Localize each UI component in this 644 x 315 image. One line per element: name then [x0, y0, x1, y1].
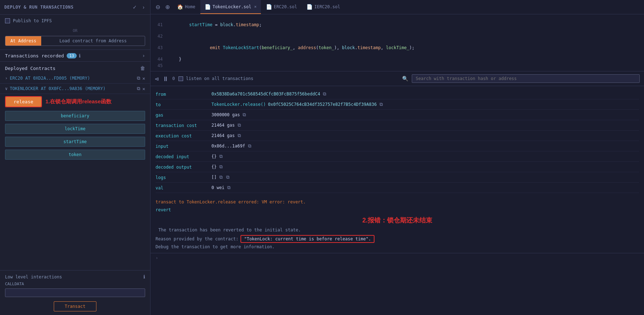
tx-val-input: 0x86d...1a69f ⧉: [211, 143, 639, 149]
contract-tokenlocker: ∨ TOKENLOCKER AT 0X0FC...9A836 (MEMORY) …: [0, 84, 150, 94]
tx-key-from: from: [156, 91, 206, 97]
tx-key-to: to: [156, 102, 206, 107]
address-row: At Address Load contract from Address: [5, 36, 145, 46]
debug-line: Debug the transaction to get more inform…: [156, 244, 639, 249]
copy-gas[interactable]: ⧉: [242, 112, 247, 118]
error-line: transact to TokenLocker.release errored:…: [156, 199, 639, 204]
erc20-copy-icon[interactable]: ⧉: [137, 75, 140, 81]
tokenlocker-name: TOKENLOCKER AT 0X0FC...9A836 (MEMORY): [10, 86, 135, 91]
copy-input[interactable]: ⧉: [247, 143, 252, 149]
tx-row-txcost: transaction cost 21464 gas ⧉: [156, 120, 639, 131]
tx-counter: 0: [172, 76, 175, 81]
tx-val-decoded-output: {} ⧉: [211, 164, 639, 170]
transactions-chevron[interactable]: ›: [142, 53, 145, 58]
tx-row-execcost: execution cost 21464 gas ⧉: [156, 131, 639, 141]
copy-from[interactable]: ⧉: [322, 91, 327, 97]
listen-checkbox[interactable]: [178, 76, 183, 81]
revert-section: revert 2.报错：锁仓期还未结束 The transaction has …: [156, 207, 639, 249]
contract-erc20: › ERC20 AT 0XD2A...FD005 (MEMORY) ⧉ ✕: [0, 73, 150, 84]
transactions-badge: 13: [67, 53, 76, 58]
publish-checkbox[interactable]: [5, 18, 10, 23]
transactions-label: Transactions recorded: [5, 53, 64, 58]
reason-row: Reason provided by the contract: "TokenL…: [156, 235, 639, 243]
copy-txcost[interactable]: ⧉: [237, 122, 242, 128]
code-area: 41 startTime = block.timestamp; 42 43 em…: [151, 14, 644, 71]
tx-key-val: val: [156, 185, 206, 191]
tx-val-decoded-input: {} ⧉: [211, 154, 639, 159]
tx-key-logs: logs: [156, 174, 206, 180]
tab-home-label: Home: [185, 4, 195, 9]
locktime-button[interactable]: lockTime: [5, 124, 145, 134]
code-line-42: 42: [151, 33, 644, 39]
tx-key-txcost: transaction cost: [156, 122, 206, 128]
low-level-section: Low level interactions ℹ CALLDATA Transa…: [0, 270, 150, 315]
low-level-title: Low level interactions: [5, 274, 62, 279]
listen-label: listen on all transactions: [186, 76, 253, 81]
tab-home[interactable]: 🏠 Home: [173, 0, 200, 14]
arrow-right-icon[interactable]: ›: [141, 4, 146, 11]
annotation-2: 2.报错：锁仓期还未结束: [156, 214, 639, 227]
search-button[interactable]: 🔍: [402, 76, 408, 81]
panel-header-icons: ✓ ›: [131, 4, 146, 11]
copy-decoded-input[interactable]: ⧉: [219, 154, 223, 159]
tx-val-val: 0 wei ⧉: [211, 185, 639, 191]
release-container: release 1.在锁仓期调用release函数: [0, 94, 150, 109]
starttime-button[interactable]: startTime: [5, 137, 145, 147]
tx-key-gas: gas: [156, 112, 206, 118]
tx-val-from: 0x5B38Da6a701c568545dCfcB03FcB875f56bedd…: [211, 91, 639, 97]
home-tab-icon: 🏠: [177, 4, 183, 10]
erc20-chevron[interactable]: ›: [5, 76, 8, 81]
publish-row: Publish to IPFS: [0, 15, 150, 27]
tx-panel: from 0x5B38Da6a701c568545dCfcB03FcB875f5…: [151, 86, 644, 315]
right-panel: ⊖ ⊕ 🏠 Home 📄 TokenLocker.sol ✕ 📄 ERC20.s…: [151, 0, 644, 315]
line-num-43: 43: [151, 45, 168, 50]
search-input[interactable]: [412, 74, 640, 83]
error-section: transact to TokenLocker.release errored:…: [151, 196, 644, 253]
tab-tokenlocker[interactable]: 📄 TokenLocker.sol ✕: [200, 0, 261, 14]
zoom-out-button[interactable]: ⊖: [153, 2, 162, 12]
tokenlocker-copy-icon[interactable]: ⧉: [137, 86, 140, 91]
copy-execcost[interactable]: ⧉: [237, 133, 242, 138]
tab-ierc20[interactable]: 📄 IERC20.sol: [302, 0, 344, 14]
reason-box: "TokenLock: current time is before relea…: [240, 235, 375, 243]
tokenlocker-close-icon[interactable]: ✕: [142, 86, 145, 91]
tx-key-decoded-output: decoded output: [156, 164, 206, 170]
copy-logs-2[interactable]: ⧉: [225, 174, 230, 180]
transactions-row: Transactions recorded 13 ℹ ›: [0, 50, 150, 62]
erc20-tab-icon: 📄: [266, 4, 272, 10]
copy-logs-1[interactable]: ⧉: [219, 174, 223, 180]
beneficiary-button[interactable]: beneficiary: [5, 111, 145, 121]
low-level-header: Low level interactions ℹ: [5, 274, 145, 279]
copy-val[interactable]: ⧉: [226, 185, 231, 191]
tabs-bar: ⊖ ⊕ 🏠 Home 📄 TokenLocker.sol ✕ 📄 ERC20.s…: [151, 0, 644, 14]
calldata-input[interactable]: [5, 288, 145, 297]
trash-icon[interactable]: 🗑: [140, 65, 145, 71]
line-num-44: 44: [151, 57, 168, 62]
tx-key-decoded-input: decoded input: [156, 154, 206, 159]
release-button[interactable]: release: [6, 97, 41, 107]
copy-decoded-output[interactable]: ⧉: [219, 164, 223, 170]
tx-val-logs: [] ⧉ ⧉: [211, 174, 639, 180]
tx-key-execcost: execution cost: [156, 133, 206, 138]
pause-icon[interactable]: ⏸: [162, 75, 169, 83]
tab-erc20[interactable]: 📄 ERC20.sol: [262, 0, 301, 14]
revert-key: revert: [156, 207, 639, 212]
copy-to[interactable]: ⧉: [379, 102, 383, 107]
token-button[interactable]: token: [5, 150, 145, 160]
erc20-close-icon[interactable]: ✕: [142, 76, 145, 81]
code-line-45: 45: [151, 62, 644, 69]
tx-key-input: input: [156, 143, 206, 149]
tx-row-input: input 0x86d...1a69f ⧉: [156, 141, 639, 151]
transact-button[interactable]: Transact: [54, 301, 97, 311]
tx-val-txcost: 21464 gas ⧉: [211, 122, 639, 128]
code-line-43: 43 emit TokenLockStart(beneficiary_, add…: [151, 39, 644, 56]
collapse-icon[interactable]: ⊲: [155, 75, 159, 83]
tx-row-decoded-output: decoded output {} ⧉: [156, 162, 639, 172]
tx-val-execcost: 21464 gas ⧉: [211, 133, 639, 138]
tokenlocker-tab-close[interactable]: ✕: [254, 4, 257, 9]
tokenlocker-chevron[interactable]: ∨: [5, 86, 8, 91]
load-contract-button[interactable]: Load contract from Address: [41, 36, 145, 46]
zoom-in-button[interactable]: ⊕: [163, 2, 172, 12]
check-icon[interactable]: ✓: [131, 4, 138, 11]
at-address-button[interactable]: At Address: [5, 36, 41, 46]
